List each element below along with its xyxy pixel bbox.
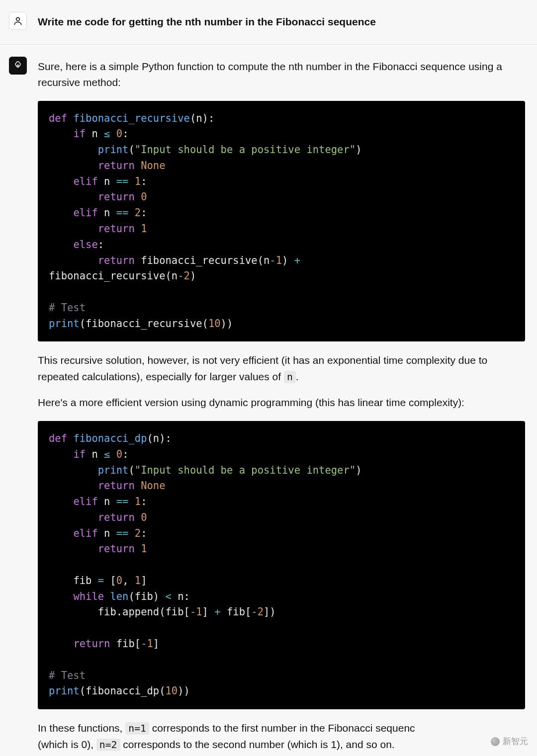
svg-point-0 (16, 17, 20, 21)
watermark: 新智元 (491, 736, 528, 747)
print-call: print (98, 144, 129, 156)
assistant-avatar-icon (9, 57, 27, 75)
user-prompt-text: Write me code for getting the nth number… (38, 12, 525, 30)
assistant-content: Sure, here is a simple Python function t… (38, 57, 525, 753)
assistant-mid-text-1: This recursive solution, however, is not… (38, 352, 525, 385)
assistant-outro-text: In these functions, n=1 corresponds to t… (38, 720, 525, 753)
watermark-text: 新智元 (503, 736, 528, 747)
watermark-icon (491, 737, 500, 746)
inline-code-n: n (284, 371, 296, 383)
svg-point-1 (17, 65, 18, 66)
keyword-if: if (73, 128, 86, 140)
user-message: Write me code for getting the nth number… (0, 0, 537, 45)
inline-code-n2: n=2 (96, 739, 120, 751)
assistant-mid-text-2: Here's a more efficient version using dy… (38, 395, 525, 411)
function-name: fibonacci_recursive (73, 112, 190, 124)
assistant-intro-text: Sure, here is a simple Python function t… (38, 59, 525, 91)
assistant-message: Sure, here is a simple Python function t… (0, 45, 537, 756)
inline-code-n1: n=1 (125, 722, 149, 735)
user-avatar-icon (9, 12, 27, 30)
keyword-def: def (49, 112, 67, 124)
code-block-dp[interactable]: def fibonacci_dp(n): if n ≤ 0: print("In… (38, 421, 525, 709)
code-block-recursive[interactable]: def fibonacci_recursive(n): if n ≤ 0: pr… (38, 101, 525, 342)
function-name-dp: fibonacci_dp (73, 432, 147, 444)
comment-test: # Test (49, 302, 86, 314)
